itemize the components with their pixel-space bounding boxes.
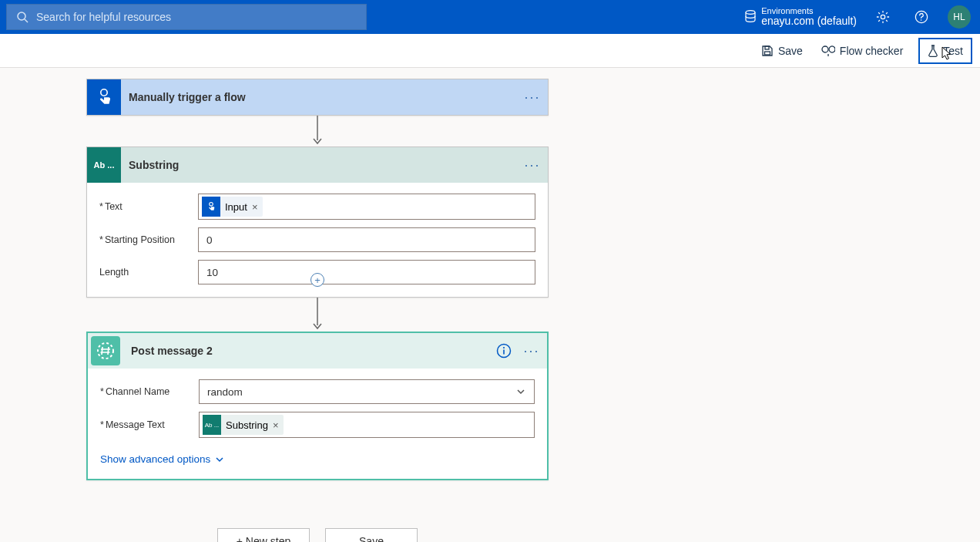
bottom-actions: + New step Save	[86, 528, 549, 542]
command-bar: Save Flow checker Test	[0, 34, 980, 68]
help-button[interactable]	[909, 5, 934, 29]
test-label: Test	[943, 45, 963, 57]
token-remove[interactable]: ×	[252, 201, 258, 213]
flow-checker-label: Flow checker	[840, 45, 903, 57]
substring-text-field[interactable]: Input ×	[198, 194, 535, 220]
step-trigger-title: Manually trigger a flow	[121, 91, 517, 103]
save-button[interactable]: Save	[758, 39, 806, 63]
token-substring-text: Substring	[221, 419, 273, 431]
global-search[interactable]	[6, 4, 367, 30]
channel-select[interactable]: random	[199, 379, 535, 404]
channel-value: random	[207, 386, 243, 398]
save-label: Save	[778, 45, 803, 57]
touch-icon	[202, 197, 220, 217]
token-input[interactable]: Input ×	[202, 197, 263, 217]
advanced-options-label: Show advanced options	[100, 453, 210, 465]
advanced-options-toggle[interactable]: Show advanced options	[100, 453, 535, 465]
chevron-down-icon	[215, 455, 224, 464]
token-substring[interactable]: Ab ... Substring ×	[203, 415, 284, 435]
help-icon	[915, 10, 928, 24]
insert-step-button[interactable]: +	[310, 273, 324, 287]
flow-checker-icon	[821, 45, 835, 57]
step-post-menu[interactable]: ···	[516, 343, 547, 359]
svg-point-5	[921, 19, 922, 21]
svg-point-2	[746, 11, 755, 15]
field-label-text: Text	[105, 201, 123, 212]
field-label-channel: Channel Name	[106, 386, 169, 397]
flow-checker-button[interactable]: Flow checker	[818, 39, 906, 63]
starting-position-field[interactable]	[198, 227, 535, 252]
step-trigger-menu[interactable]: ···	[517, 89, 548, 106]
topbar: Environments enayu.com (default) HL	[0, 0, 980, 34]
new-step-button[interactable]: + New step	[217, 528, 310, 542]
svg-point-15	[503, 347, 505, 348]
step-substring-title: Substring	[121, 159, 517, 171]
topbar-right: Environments enayu.com (default) HL	[744, 0, 974, 34]
svg-point-8	[822, 46, 828, 52]
svg-point-3	[881, 15, 884, 19]
environment-picker[interactable]: Environments enayu.com (default)	[744, 6, 857, 27]
svg-point-0	[18, 12, 25, 20]
search-input[interactable]	[36, 11, 366, 23]
token-input-text: Input	[220, 201, 252, 213]
step-post-title: Post message 2	[123, 345, 492, 357]
svg-rect-6	[765, 46, 769, 49]
database-icon	[744, 10, 757, 24]
info-icon	[496, 343, 512, 359]
connector-arrow-plus: +	[86, 298, 549, 332]
field-label-message: Message Text	[106, 419, 165, 430]
field-label-starting-position: Starting Position	[105, 234, 175, 245]
svg-point-11	[210, 203, 213, 207]
substring-token-icon: Ab ...	[203, 415, 221, 435]
step-post-info[interactable]	[492, 343, 516, 359]
flow-canvas: Manually trigger a flow ··· Ab ... Subst…	[0, 68, 980, 542]
token-remove[interactable]: ×	[273, 419, 279, 431]
gear-icon	[876, 10, 890, 24]
field-label-length: Length	[99, 267, 129, 278]
search-icon	[16, 11, 29, 23]
step-substring-menu[interactable]: ···	[517, 157, 548, 173]
environment-value: enayu.com (default)	[761, 15, 857, 27]
length-input[interactable]	[199, 261, 535, 284]
post-icon-tile	[91, 336, 120, 365]
trigger-icon-tile	[87, 79, 121, 115]
flask-icon	[928, 45, 938, 57]
step-post-message[interactable]: Post message 2 ··· *Channel Name random …	[86, 332, 549, 480]
test-button[interactable]: Test	[918, 38, 972, 64]
svg-rect-7	[764, 52, 770, 55]
substring-icon-tile: Ab ...	[87, 147, 121, 183]
avatar[interactable]: HL	[948, 5, 971, 29]
touch-icon	[96, 87, 112, 107]
svg-line-1	[25, 19, 28, 22]
bottom-save-button[interactable]: Save	[325, 528, 418, 542]
save-icon	[761, 45, 774, 57]
length-field[interactable]	[198, 260, 535, 284]
starting-position-input[interactable]	[199, 228, 535, 251]
message-text-field[interactable]: Ab ... Substring ×	[199, 412, 535, 438]
connector-arrow	[86, 116, 549, 146]
svg-point-9	[101, 89, 107, 96]
step-trigger[interactable]: Manually trigger a flow ···	[86, 79, 549, 116]
svg-point-13	[98, 343, 113, 359]
svg-rect-16	[503, 350, 505, 355]
chevron-down-icon	[515, 386, 526, 397]
hash-icon	[96, 342, 115, 360]
settings-button[interactable]	[871, 5, 895, 29]
